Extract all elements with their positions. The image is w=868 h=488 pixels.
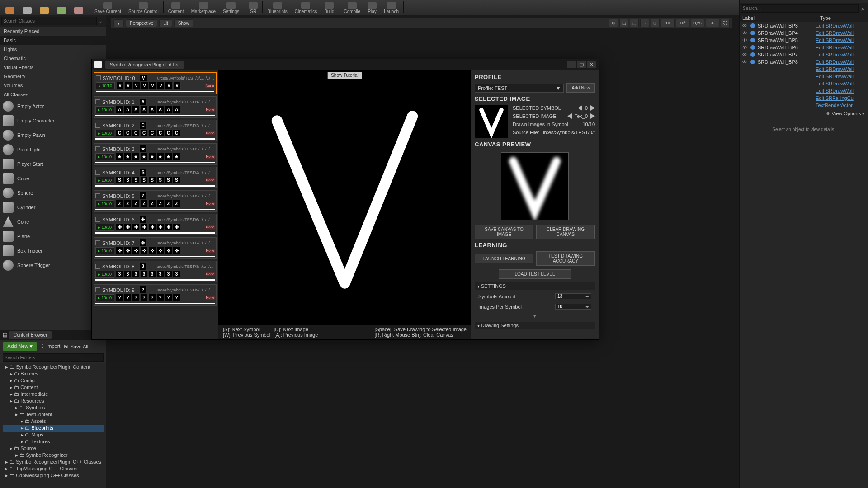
symbol-thumb[interactable]: C <box>140 129 148 137</box>
symbol-thumb[interactable]: ✚ <box>165 223 172 231</box>
tree-item[interactable]: ▸ 🗀 Maps <box>3 432 104 438</box>
maximize-button[interactable]: ▢ <box>577 61 586 68</box>
symbol-thumb[interactable]: Λ <box>156 106 164 113</box>
symbol-thumb[interactable]: ✜ <box>148 247 156 254</box>
toolbar-mode-icon[interactable] <box>36 6 52 15</box>
symbol-thumb[interactable]: 3 <box>165 270 172 278</box>
symbol-thumb[interactable]: Λ <box>148 106 156 113</box>
test-accuracy-button[interactable]: TEST DRAWING ACCURACY <box>536 251 595 266</box>
symbol-card-6[interactable]: SYMBOL ID: 6✚urces/Symbols/TEST/6/../../… <box>94 214 217 235</box>
toolbar-settings[interactable]: Settings <box>219 1 243 15</box>
edit-type-link[interactable]: Edit SRDrawWall <box>816 74 865 79</box>
viewport-tool-icon[interactable]: ⊞ <box>651 19 660 27</box>
symbol-thumb[interactable]: C <box>148 129 156 137</box>
visibility-icon[interactable]: 👁 <box>742 59 748 65</box>
show-tutorial-button[interactable]: Show Tutorial <box>327 72 362 79</box>
edit-type-link[interactable]: Edit SRDrawWall <box>816 66 865 72</box>
symbol-card-0[interactable]: SYMBOL ID: 0Vurces/Symbols/TEST/0/../../… <box>94 72 217 94</box>
none-button[interactable]: None <box>206 225 215 229</box>
symbol-card-2[interactable]: SYMBOL ID: 2Curces/Symbols/TEST/2/../../… <box>94 120 217 141</box>
toolbar-content[interactable]: Content <box>165 1 188 15</box>
symbol-thumb[interactable]: ✚ <box>140 223 148 231</box>
symbol-card-8[interactable]: SYMBOL ID: 83urces/Symbols/TEST/8/../../… <box>94 261 217 282</box>
actor-sphere[interactable]: Sphereⓘ <box>0 186 106 200</box>
tree-item[interactable]: ▸ 🗀 UdpMessaging C++ Classes <box>3 472 104 479</box>
tree-item[interactable]: ▸ 🗀 Source <box>3 445 104 452</box>
tree-item[interactable]: ▸ 🗀 SymbolRecognizer <box>3 452 104 459</box>
symbol-thumb[interactable]: 3 <box>156 270 164 278</box>
viewport-tool-icon[interactable]: ⬚ <box>619 19 628 27</box>
outliner-row[interactable]: 👁SRDrawWall_BP8Edit SRDrawWall <box>740 58 868 66</box>
symbol-thumb[interactable]: V <box>132 82 140 89</box>
window-titlebar[interactable]: SymbolRecognizerPluginEdit × – ▢ ✕ <box>92 59 599 70</box>
symbol-thumb[interactable]: V <box>141 82 148 89</box>
symbol-thumb[interactable]: Z <box>116 200 123 207</box>
symbol-thumb[interactable]: ✚ <box>148 223 156 231</box>
none-button[interactable]: None <box>205 84 214 88</box>
symbol-thumb[interactable]: ★ <box>156 153 164 160</box>
tree-item[interactable]: ▸ 🗀 Config <box>3 377 104 384</box>
symbols-amount-input[interactable]: 13◂▸ <box>555 293 591 299</box>
symbol-thumb[interactable]: C <box>165 129 172 137</box>
symbol-thumb[interactable]: ✜ <box>156 247 164 254</box>
symbol-thumb[interactable]: ? <box>173 294 180 301</box>
outliner-search-input[interactable] <box>741 4 859 13</box>
window-tab[interactable]: SymbolRecognizerPluginEdit × <box>105 61 184 69</box>
symbol-card-9[interactable]: SYMBOL ID: 9?urces/Symbols/TEST/9/../../… <box>94 284 217 306</box>
tree-item[interactable]: ▸ 🗀 Blueprints <box>3 425 104 432</box>
symbol-thumb[interactable]: ★ <box>165 153 172 160</box>
symbol-thumb[interactable]: ? <box>116 294 123 301</box>
toolbar-save-current[interactable]: Save Current <box>91 1 125 15</box>
none-button[interactable]: None <box>206 108 215 112</box>
symbol-thumb[interactable]: Z <box>165 200 172 207</box>
symbol-checkbox[interactable] <box>95 217 100 222</box>
tree-item[interactable]: ▸ 🗀 SymbolRecognizerPlugin Content <box>3 364 104 371</box>
symbol-thumb[interactable]: ✜ <box>140 247 148 254</box>
symbol-checkbox[interactable] <box>95 240 100 245</box>
tree-item[interactable]: ▸ 🗀 Resources <box>3 398 104 404</box>
symbol-thumb[interactable]: ? <box>165 294 172 301</box>
actor-cone[interactable]: Coneⓘ <box>0 215 106 229</box>
actor-plane[interactable]: Planeⓘ <box>0 229 106 244</box>
actor-cylinder[interactable]: Cylinderⓘ <box>0 200 106 215</box>
edit-type-link[interactable]: Edit SRDrawWall <box>816 23 865 28</box>
symbol-checkbox[interactable] <box>95 264 100 269</box>
symbol-card-3[interactable]: SYMBOL ID: 3★urces/Symbols/TEST/3/../../… <box>94 143 217 165</box>
symbol-checkbox[interactable] <box>95 146 100 151</box>
edit-type-link[interactable]: Edit SRFallingCu <box>816 95 865 101</box>
toolbar-mode-icon[interactable] <box>71 6 87 15</box>
symbol-thumb[interactable]: C <box>132 129 140 137</box>
launch-learning-button[interactable]: LAUNCH LEARNING <box>475 254 533 263</box>
label-header[interactable]: Label <box>742 15 820 21</box>
clear-canvas-button[interactable]: CLEAR DRAWING CANVAS <box>536 225 595 239</box>
outliner-row[interactable]: 👁SRDrawWall_BP3Edit SRDrawWall <box>740 22 868 29</box>
category-cinematic[interactable]: Cinematic <box>0 54 106 63</box>
save-all-button[interactable]: 🖫 Save All <box>64 344 88 349</box>
edit-type-link[interactable]: Edit SRDrawWall <box>816 81 865 86</box>
symbol-thumb[interactable]: Λ <box>140 106 148 113</box>
search-classes-input[interactable] <box>1 17 97 25</box>
edit-type-link[interactable]: Edit SRDrawWall <box>816 52 865 57</box>
symbol-card-7[interactable]: SYMBOL ID: 7✜urces/Symbols/TEST/7/../../… <box>94 237 217 259</box>
category-visual-effects[interactable]: Visual Effects <box>0 63 106 72</box>
none-button[interactable]: None <box>206 155 215 159</box>
type-header[interactable]: Type <box>820 15 865 21</box>
tree-item[interactable]: ▸ 🗀 Textures <box>3 438 104 445</box>
viewport-value[interactable]: 10 <box>661 19 675 27</box>
symbol-checkbox[interactable] <box>95 123 100 128</box>
toolbar-mode-icon[interactable] <box>19 6 35 15</box>
symbol-thumb[interactable]: ✚ <box>124 223 132 231</box>
lit-dropdown[interactable]: Lit <box>159 19 172 27</box>
load-test-level-button[interactable]: LOAD TEST LEVEL <box>499 269 571 279</box>
next-image-button[interactable] <box>590 113 595 119</box>
add-profile-button[interactable]: Add New <box>566 83 595 93</box>
drawing-canvas[interactable] <box>218 70 471 325</box>
symbol-thumb[interactable]: ✚ <box>116 223 123 231</box>
symbol-thumb[interactable]: ★ <box>116 153 123 160</box>
symbol-thumb[interactable]: Z <box>132 200 140 207</box>
symbol-thumb[interactable]: C <box>156 129 164 137</box>
viewport-tool-icon[interactable]: ⬚ <box>630 19 639 27</box>
tree-item[interactable]: ▸ 🗀 TcpMessaging C++ Classes <box>3 465 104 472</box>
category-lights[interactable]: Lights <box>0 45 106 54</box>
outliner-row[interactable]: 👁SRDrawWall_BP7Edit SRDrawWall <box>740 51 868 58</box>
